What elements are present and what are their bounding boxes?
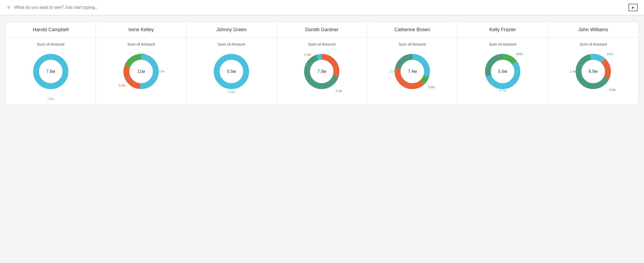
chart-johnny: Sum of Amount 5.5м 5.5м — [187, 38, 277, 105]
person-cell-catherine: Catherine Brown — [367, 22, 457, 37]
label-irene-left: 3.3м — [119, 84, 125, 87]
persons-row: Harold Campbell Irene Kelley Johnny Gree… — [6, 22, 638, 38]
chart-title-catherine: Sum of Amount — [399, 42, 426, 46]
chart-title-johnny: Sum of Amount — [218, 42, 245, 46]
donut-harold: 7.6м — [29, 50, 72, 93]
svg-point-0 — [36, 57, 65, 86]
chart-title-doroth: Sum of Amount — [308, 42, 336, 46]
chart-catherine: Sum of Amount 7.4м 2.2м 4.8м — [367, 38, 457, 105]
label-john-right: 4.6м — [609, 88, 616, 92]
person-cell-kelly: Kelly Frazier — [457, 22, 548, 37]
label-harold: 7.6м — [47, 97, 54, 101]
chart-john: Sum of Amount 6.8м 805к 1.4м 4.6м — [548, 38, 638, 105]
donut-irene: 11м 2.1м 5.6м 3.3м — [120, 50, 162, 93]
chart-title-harold: Sum of Amount — [37, 42, 64, 46]
person-cell-irene: Irene Kelley — [96, 22, 186, 37]
search-input[interactable] — [14, 5, 625, 10]
label-kelly-bottom: 4.7м — [499, 89, 506, 92]
chart-title-kelly: Sum of Amount — [489, 42, 517, 46]
donut-doroth: 7.8м 2.4м 5.4м — [300, 50, 343, 93]
person-cell-johnny: Johnny Green — [187, 22, 277, 37]
main-content: Harold Campbell Irene Kelley Johnny Gree… — [0, 15, 644, 111]
svg-point-4 — [217, 57, 246, 86]
chart-irene: Sum of Amount 11м 2.1м 5.6м 3.3м — [96, 38, 186, 105]
donut-john: 6.8м 805к 1.4м 4.6м — [572, 50, 615, 93]
chart-kelly: Sum of Amount 5.6м 899к 4.7м — [457, 38, 548, 105]
charts-row: Sum of Amount 7.6м 7.6м Sum of Amount — [6, 38, 638, 105]
donut-johnny: 5.5м 5.5м — [210, 50, 253, 93]
chart-title-john: Sum of Amount — [580, 42, 607, 46]
label-catherine-right: 4.8м — [428, 85, 435, 89]
person-cell-harold: Harold Campbell — [6, 22, 96, 37]
label-john-top: 805к — [607, 52, 614, 56]
donut-catherine: 7.4м 2.2м 4.8м — [391, 50, 434, 93]
person-cell-doroth: Doroth Gardner — [277, 22, 367, 37]
search-icon: ✳ — [6, 4, 11, 11]
play-button[interactable]: ▶ — [629, 4, 638, 11]
person-cell-john: John Williams — [548, 22, 638, 37]
label-catherine-left: 2.2м — [390, 70, 397, 73]
donut-kelly: 5.6м 899к 4.7м — [481, 50, 524, 93]
label-doroth-bottom: 5.4м — [336, 89, 342, 93]
label-john-left: 1.4м — [570, 70, 576, 73]
chart-harold: Sum of Amount 7.6м 7.6м — [6, 38, 96, 105]
label-irene-top: 2.1м — [138, 52, 144, 56]
chart-doroth: Sum of Amount 7.8м 2.4м 5.4м — [277, 38, 367, 105]
label-doroth-top: 2.4м — [304, 53, 311, 57]
search-bar: ✳ ▶ — [0, 0, 644, 15]
data-table: Harold Campbell Irene Kelley Johnny Gree… — [5, 22, 639, 105]
label-irene-right: 5.6м — [158, 70, 165, 73]
chart-title-irene: Sum of Amount — [127, 42, 155, 46]
label-kelly-top: 899к — [516, 52, 523, 56]
label-johnny: 5.5м — [228, 90, 235, 94]
